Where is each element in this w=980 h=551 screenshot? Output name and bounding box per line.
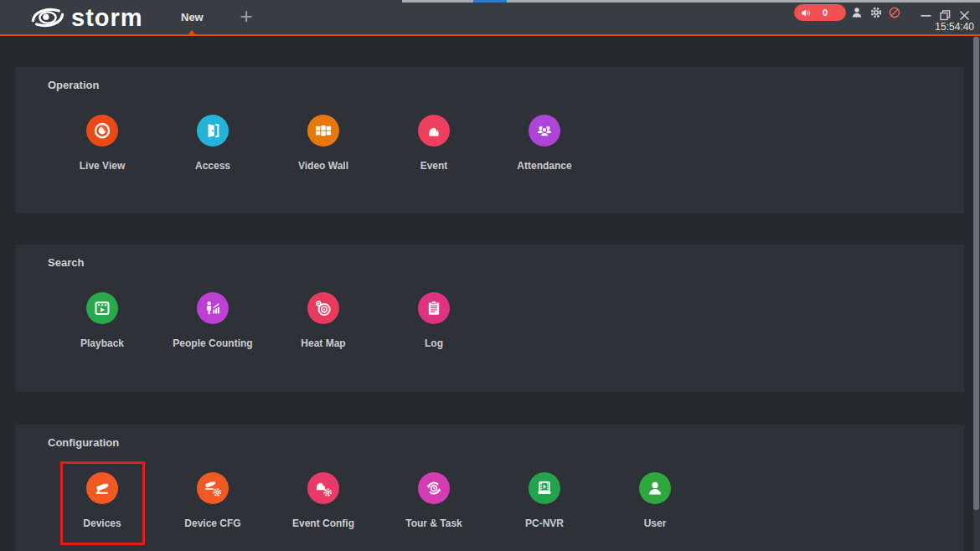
- device-cfg-icon: [197, 472, 229, 504]
- tile-event[interactable]: Event: [379, 115, 489, 172]
- tile-event-config[interactable]: Event Config: [268, 472, 379, 529]
- section-configuration: Configuration Devices: [16, 425, 964, 551]
- scrollbar-track[interactable]: [973, 36, 980, 551]
- tile-label: Device CFG: [184, 518, 240, 529]
- heat-map-icon: [307, 292, 339, 324]
- clock-time: 15:54:40: [935, 21, 974, 33]
- tile-label: People Counting: [173, 337, 252, 349]
- live-view-icon: [86, 115, 118, 147]
- section-title: Configuration: [48, 436, 119, 449]
- tile-log[interactable]: Log: [379, 292, 489, 349]
- app-window: storm New + 0: [0, 0, 980, 551]
- devices-icon: [86, 472, 118, 504]
- tile-people-counting[interactable]: People Counting: [157, 292, 268, 349]
- tile-playback[interactable]: Playback: [47, 292, 157, 349]
- scrollbar-thumb[interactable]: [973, 37, 979, 510]
- recording-progress-segment: [473, 0, 507, 3]
- section-title: Operation: [48, 79, 99, 91]
- tile-label: Tour & Task: [405, 518, 462, 529]
- gear-icon[interactable]: [869, 6, 883, 19]
- tile-label: User: [644, 518, 667, 529]
- logo-text: storm: [71, 3, 143, 32]
- user-account-icon[interactable]: [850, 6, 864, 19]
- section-search: Search Playback: [16, 245, 964, 392]
- tile-user[interactable]: User: [600, 472, 710, 529]
- tile-devices[interactable]: Devices: [47, 472, 157, 529]
- user-icon: [639, 472, 671, 504]
- event-config-icon: [307, 472, 339, 504]
- network-status-icon[interactable]: [888, 6, 901, 19]
- tab-new[interactable]: New: [168, 0, 217, 34]
- tour-task-icon: [418, 472, 450, 504]
- tile-label: Log: [425, 337, 443, 349]
- tile-attendance[interactable]: Attendance: [489, 115, 600, 172]
- tile-label: Playback: [80, 337, 124, 349]
- speaker-icon: [801, 8, 812, 18]
- tab-label: New: [181, 11, 204, 23]
- app-logo: storm: [28, 3, 143, 32]
- tile-label: Attendance: [517, 160, 571, 172]
- section-operation: Operation Live View: [16, 67, 964, 214]
- alarm-badge[interactable]: 0: [794, 4, 846, 21]
- tile-label: Heat Map: [301, 337, 345, 349]
- tile-label: Access: [195, 160, 230, 172]
- screen-recording-strip: [402, 0, 980, 3]
- close-button[interactable]: [959, 10, 970, 21]
- tile-label: Devices: [83, 518, 121, 529]
- tile-label: Event: [420, 160, 448, 172]
- tile-row: Playback People Counting: [47, 292, 489, 349]
- tile-pc-nvr[interactable]: PC-NVR: [489, 472, 600, 529]
- tile-access[interactable]: Access: [157, 115, 268, 172]
- log-icon: [418, 292, 450, 324]
- minimize-button[interactable]: [921, 10, 931, 21]
- tile-label: PC-NVR: [525, 518, 564, 529]
- section-title: Search: [48, 256, 84, 269]
- add-tab-button[interactable]: +: [235, 4, 257, 29]
- tile-label: Video Wall: [298, 160, 348, 172]
- active-tab-indicator: [188, 30, 195, 34]
- video-wall-icon: [307, 115, 339, 147]
- tile-row: Devices: [47, 472, 710, 529]
- playback-icon: [86, 292, 118, 324]
- attendance-icon: [529, 115, 560, 147]
- tile-live-view[interactable]: Live View: [47, 115, 157, 172]
- titlebar: storm New + 0: [0, 0, 980, 36]
- tile-row: Live View Access: [47, 115, 600, 172]
- tile-label: Live View: [80, 160, 125, 172]
- alarm-count: 0: [823, 8, 828, 18]
- storm-logo-icon: [28, 4, 67, 31]
- tile-heat-map[interactable]: Heat Map: [268, 292, 379, 349]
- pc-nvr-icon: [529, 472, 560, 504]
- event-icon: [418, 115, 450, 147]
- tile-tour-task[interactable]: Tour & Task: [379, 472, 489, 529]
- tile-label: Event Config: [292, 518, 354, 529]
- tile-video-wall[interactable]: Video Wall: [268, 115, 379, 172]
- people-counting-icon: [197, 292, 229, 324]
- restore-button[interactable]: [940, 10, 951, 21]
- access-icon: [197, 115, 229, 147]
- tile-device-cfg[interactable]: Device CFG: [157, 472, 268, 529]
